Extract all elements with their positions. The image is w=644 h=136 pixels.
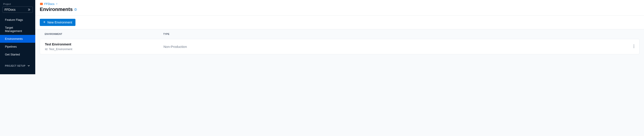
svg-point-7 [634,46,634,47]
row-type-cell: Non-Production [164,45,625,49]
svg-point-6 [634,45,634,45]
main: FFDocs Environments [35,0,644,74]
environment-type: Non-Production [164,45,187,49]
chevron-down-icon [27,64,30,67]
project-setup-label: PROJECT SETUP [5,65,25,67]
chevron-double-right-icon [27,8,31,11]
toolbar: New Environment [35,16,644,29]
project-icon [40,2,43,5]
breadcrumb-project-link[interactable]: FFDocs [44,2,54,5]
breadcrumb: FFDocs [40,2,640,5]
project-select[interactable]: FFDocs [2,6,33,13]
content: ENVIRONMENT TYPE Test Environment Id: Te… [35,29,644,59]
page-title: Environments [40,6,73,12]
project-select-name: FFDocs [4,8,16,11]
sidebar: Project FFDocs Feature Flags Target Mana… [0,0,35,74]
sidebar-item-pipelines[interactable]: Pipelines [0,43,35,51]
app-root: Project FFDocs Feature Flags Target Mana… [0,0,644,74]
header-actions [626,33,634,35]
svg-point-8 [634,47,634,48]
environment-name: Test Environment [45,43,164,46]
more-vertical-icon [634,45,634,49]
chevron-right-icon [56,2,58,5]
plus-icon [43,21,46,24]
header-environment: ENVIRONMENT [45,33,163,35]
row-actions-button[interactable] [625,45,634,49]
new-environment-label: New Environment [48,21,72,24]
row-environment-cell: Test Environment Id: Test_Environment [45,43,164,51]
sidebar-nav: Feature Flags Target Management Environm… [0,16,35,58]
environment-id: Id: Test_Environment [45,47,164,51]
svg-rect-0 [40,3,43,5]
page-header: FFDocs Environments [35,0,644,16]
sidebar-item-environments[interactable]: Environments [0,35,35,43]
header-type: TYPE [163,33,626,35]
sidebar-item-get-started[interactable]: Get Started [0,51,35,58]
info-icon[interactable] [74,8,77,11]
sidebar-item-feature-flags[interactable]: Feature Flags [0,16,35,24]
project-label: Project [0,0,35,6]
project-setup-toggle[interactable]: PROJECT SETUP [0,63,35,69]
svg-point-3 [76,9,76,9]
new-environment-button[interactable]: New Environment [40,19,76,26]
page-title-row: Environments [40,6,640,12]
sidebar-item-target-management[interactable]: Target Management [0,24,35,35]
table-header: ENVIRONMENT TYPE [40,29,640,39]
table-row[interactable]: Test Environment Id: Test_Environment No… [40,39,640,54]
